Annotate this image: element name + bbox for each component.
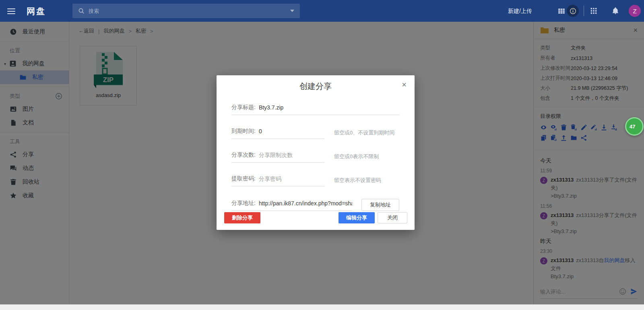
edit-share-button[interactable]: 编辑分享	[339, 212, 375, 223]
share-count-label: 分享次数:	[231, 151, 256, 159]
search-scope-caret-icon[interactable]	[290, 10, 294, 12]
share-count-input[interactable]	[259, 152, 332, 158]
search-icon	[78, 8, 85, 14]
close-icon[interactable]: ×	[402, 80, 407, 89]
menu-icon[interactable]	[7, 7, 15, 15]
delete-share-button[interactable]: 删除分享	[224, 212, 260, 223]
top-header: 网盘 新建/上传 Z	[0, 0, 644, 22]
close-dialog-button[interactable]: 关闭	[378, 212, 407, 223]
info-icon[interactable]	[567, 5, 579, 17]
password-label: 提取密码:	[231, 175, 256, 182]
copy-url-button[interactable]: 复制地址	[361, 199, 399, 211]
apps-grid-icon[interactable]	[590, 7, 597, 14]
table-view-icon[interactable]	[558, 7, 565, 14]
horizontal-scrollbar-track[interactable]	[0, 304, 644, 310]
share-url-input[interactable]	[259, 200, 352, 207]
dialog-title: 创建分享	[217, 75, 415, 92]
header-divider	[584, 6, 584, 16]
password-hint: 留空表示不设置密码	[334, 177, 381, 184]
expire-time-input[interactable]	[259, 128, 332, 134]
share-title-label: 分享标题:	[231, 104, 256, 111]
share-title-input[interactable]	[259, 104, 400, 111]
share-url-label: 分享地址:	[231, 200, 256, 207]
search-input[interactable]	[89, 8, 290, 14]
new-upload-button[interactable]: 新建/上传	[508, 0, 532, 22]
service-badge[interactable]: 47	[625, 117, 644, 136]
app-title: 网盘	[27, 6, 46, 17]
share-count-hint: 留空或0表示不限制	[334, 153, 379, 160]
expire-time-label: 到期时间:	[231, 128, 256, 135]
search-box[interactable]	[72, 4, 300, 18]
password-input[interactable]	[259, 176, 332, 182]
expire-hint: 留空或0、不设置到期时间	[334, 129, 394, 136]
bell-icon[interactable]	[612, 7, 619, 14]
user-avatar[interactable]: Z	[629, 5, 641, 17]
create-share-dialog: 创建分享 × 分享标题: 到期时间: 留空或0、不设置到期时间 分享次数: 留空…	[217, 75, 415, 230]
